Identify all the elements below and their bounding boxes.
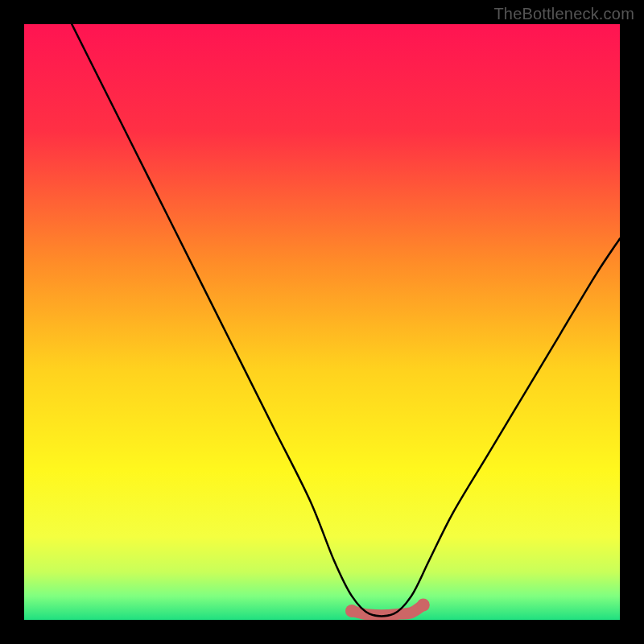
optimal-zone-end-dot	[417, 599, 430, 612]
optimal-zone-start-dot	[345, 605, 358, 617]
chart-curves	[24, 24, 620, 620]
watermark-text: TheBottleneck.com	[493, 5, 634, 23]
chart-frame: TheBottleneck.com	[0, 0, 644, 644]
plot-area	[24, 24, 620, 620]
bottleneck-curve-line	[72, 24, 620, 616]
